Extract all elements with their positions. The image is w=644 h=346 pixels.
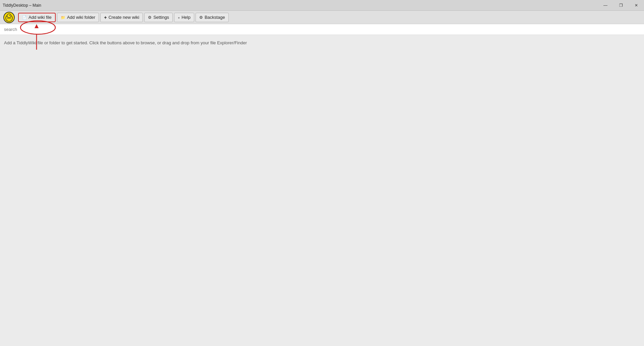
main-content: Add a TiddlyWiki file or folder to get s… [0, 35, 644, 346]
search-bar [0, 24, 644, 35]
folder-icon [61, 15, 65, 20]
title-bar: TiddlyDesktop – Main — ❐ ✕ [0, 0, 644, 11]
search-input[interactable] [4, 27, 640, 32]
file-icon [22, 15, 27, 20]
minimize-button[interactable]: — [598, 0, 613, 10]
svg-point-1 [7, 14, 11, 18]
add-wiki-file-button[interactable]: Add wiki file [18, 13, 56, 22]
help-icon [178, 15, 180, 20]
backstage-button[interactable]: Backstage [196, 13, 229, 22]
backstage-icon [199, 15, 203, 20]
settings-button[interactable]: Settings [144, 13, 173, 22]
window-controls: — ❐ ✕ [598, 0, 644, 10]
gear-icon [148, 15, 152, 20]
restore-button[interactable]: ❐ [613, 0, 629, 10]
help-button[interactable]: Help [174, 13, 194, 22]
window-title: TiddlyDesktop – Main [3, 3, 41, 8]
plus-icon [104, 15, 107, 20]
svg-point-2 [9, 15, 10, 15]
logo-icon [3, 12, 15, 23]
app-logo [3, 11, 15, 24]
toolbar: Add wiki file Add wiki folder Create new… [0, 11, 644, 24]
add-wiki-folder-button[interactable]: Add wiki folder [57, 13, 99, 22]
close-button[interactable]: ✕ [629, 0, 644, 10]
empty-state-message: Add a TiddlyWiki file or folder to get s… [4, 40, 640, 45]
create-new-wiki-button[interactable]: Create new wiki [100, 13, 143, 22]
